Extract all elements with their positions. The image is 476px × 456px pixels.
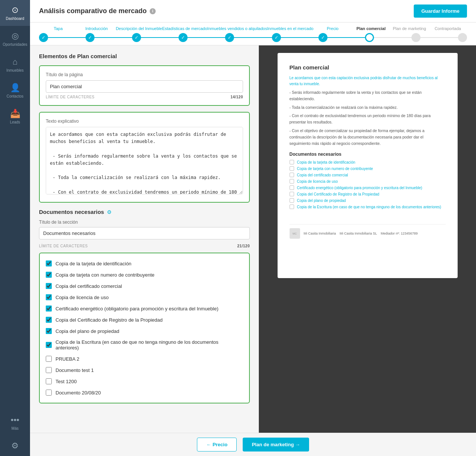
info-icon: i bbox=[150, 8, 156, 14]
step-line-5 bbox=[281, 37, 318, 38]
sidebar-item-label: Más bbox=[12, 426, 19, 430]
preview-doc-6: Copia del plano de propiedad bbox=[290, 198, 446, 203]
check-label-7: Copia de la Escritura (en caso de que no… bbox=[56, 339, 243, 351]
step-line-8 bbox=[420, 37, 458, 38]
settings-icon: ⚙ bbox=[11, 441, 19, 451]
step-dot-1[interactable]: ✓ bbox=[86, 33, 95, 42]
preview-bullet-3: - Con el objetivo de comercializar su pr… bbox=[290, 128, 446, 146]
step-dot-5[interactable]: ✓ bbox=[272, 33, 281, 42]
step-label-2[interactable]: Descripción del Inmueble bbox=[116, 26, 162, 31]
check-10[interactable] bbox=[46, 378, 52, 384]
check-1[interactable] bbox=[46, 272, 52, 278]
preview-intro: Le acordamos que con esta captación excl… bbox=[290, 75, 446, 87]
save-button[interactable]: Guardar Informe bbox=[414, 5, 467, 18]
check-2[interactable] bbox=[46, 283, 52, 289]
check-item-3: Copia de licencia de uso bbox=[46, 292, 243, 303]
preview-bullet-0: - Serás informado regularmente sobre la … bbox=[290, 89, 446, 102]
check-item-6: Copia del plano de propiedad bbox=[46, 325, 243, 337]
check-label-2: Copia del certificado comercial bbox=[56, 283, 122, 289]
check-label-10: Test 1200 bbox=[56, 379, 77, 384]
char-limit-section: LÍMITE DE CARACTERES 21/120 bbox=[39, 244, 250, 248]
check-item-5: Copia del Certificado de Registro de la … bbox=[46, 314, 243, 325]
page-title: Análisis comparativo de mercado i bbox=[39, 7, 156, 15]
mini-check-0 bbox=[290, 160, 294, 164]
footer-legal: Mi Casita Inmobiliaria SL bbox=[340, 232, 377, 235]
step-label-8[interactable]: Plan de marketing bbox=[390, 26, 428, 31]
preview-footer: MC Mi Casita Inmobiliaria Mi Casita Inmo… bbox=[290, 224, 446, 239]
check-6[interactable] bbox=[46, 328, 52, 334]
mini-check-6 bbox=[290, 198, 294, 203]
check-label-11: Documento 20/08/20 bbox=[56, 390, 101, 396]
section-title-input[interactable] bbox=[39, 227, 250, 239]
step-label-1[interactable]: Introducción bbox=[77, 26, 116, 31]
step-line-7 bbox=[374, 37, 411, 38]
check-item-4: Certificado energético (obligatorio para… bbox=[46, 303, 243, 314]
preview-doc-0: Copia de la tarjeta de identificación bbox=[290, 160, 446, 164]
preview-doc-4: Certificado energético (obligatorio para… bbox=[290, 185, 446, 190]
sidebar-item-label: Leads bbox=[10, 120, 20, 124]
sidebar: ⊙ Dashboard ◎ Oportunidades ⌂ Inmuebles … bbox=[0, 0, 30, 456]
logo-placeholder: MC bbox=[290, 228, 300, 239]
step-line-4 bbox=[234, 37, 272, 38]
preview-doc-7: Copia de la Escritura (en caso de que no… bbox=[290, 205, 446, 209]
page-title-input[interactable] bbox=[46, 80, 243, 93]
check-label-0: Copia de la tarjeta de identificación bbox=[56, 261, 131, 266]
check-11[interactable] bbox=[46, 390, 52, 396]
step-label-6[interactable]: Precio bbox=[314, 26, 352, 31]
step-dot-2[interactable]: ✓ bbox=[132, 33, 141, 42]
sidebar-item-settings[interactable]: ⚙ bbox=[0, 436, 30, 456]
sidebar-item-contactos[interactable]: 👤 Contactos bbox=[0, 78, 30, 104]
sidebar-item-inmuebles[interactable]: ⌂ Inmuebles bbox=[0, 52, 30, 78]
main-content: Análisis comparativo de mercado i Guarda… bbox=[30, 0, 476, 456]
header: Análisis comparativo de mercado i Guarda… bbox=[30, 0, 476, 23]
dashboard-icon: ⊙ bbox=[12, 5, 18, 15]
documents-section-title: Documentos necesarios bbox=[39, 209, 104, 215]
step-dot-3[interactable]: ✓ bbox=[179, 33, 188, 42]
check-item-1: Copia de tarjeta con numero de contribuy… bbox=[46, 269, 243, 280]
step-dot-4[interactable]: ✓ bbox=[225, 33, 234, 42]
gear-icon[interactable]: ⚙ bbox=[107, 209, 112, 215]
step-line-6 bbox=[327, 37, 365, 38]
step-label-4[interactable]: Inmuebles vendidos o alquilados bbox=[207, 26, 267, 31]
steps-dots: ✓ ✓ ✓ ✓ ✓ ✓ ✓ bbox=[39, 33, 467, 42]
check-0[interactable] bbox=[46, 260, 52, 266]
step-label-0[interactable]: Tapa bbox=[39, 26, 77, 31]
check-item-7: Copia de la Escritura (en caso de que no… bbox=[46, 337, 243, 353]
checklist-block: Copia de la tarjeta de identificación Co… bbox=[39, 253, 250, 403]
steps-bar: Tapa Introducción Descripción del Inmueb… bbox=[30, 23, 476, 45]
step-dot-8[interactable] bbox=[411, 33, 420, 42]
step-dot-0[interactable]: ✓ bbox=[39, 33, 48, 42]
check-3[interactable] bbox=[46, 294, 52, 300]
footer-company: Mi Casita Inmobiliaria bbox=[304, 232, 336, 235]
leads-icon: 📥 bbox=[10, 109, 20, 119]
next-button[interactable]: Plan de marketing → bbox=[243, 438, 309, 451]
preview-bullet-1: - Toda la comercialización se realizará … bbox=[290, 104, 446, 111]
check-8[interactable] bbox=[46, 356, 52, 362]
check-5[interactable] bbox=[46, 317, 52, 323]
check-4[interactable] bbox=[46, 306, 52, 312]
check-label-9: Documento test 1 bbox=[56, 367, 94, 373]
sidebar-item-label: Contactos bbox=[6, 94, 23, 98]
step-label-3[interactable]: Estadísticas de mercado bbox=[162, 26, 207, 31]
sidebar-item-mas[interactable]: ••• Más bbox=[0, 410, 30, 436]
step-label-7[interactable]: Plan comercial bbox=[352, 26, 390, 31]
sidebar-item-dashboard[interactable]: ⊙ Dashboard bbox=[0, 0, 30, 26]
sidebar-item-leads[interactable]: 📥 Leads bbox=[0, 104, 30, 129]
prev-button[interactable]: ← Precio bbox=[197, 438, 237, 451]
check-9[interactable] bbox=[46, 367, 52, 373]
check-label-1: Copia de tarjeta con numero de contribuy… bbox=[56, 272, 155, 278]
mini-check-7 bbox=[290, 205, 294, 209]
check-item-9: Documento test 1 bbox=[46, 364, 243, 376]
documents-header: Documentos necesarios ⚙ bbox=[39, 209, 250, 215]
step-label-9[interactable]: Contraportada bbox=[429, 26, 467, 31]
sidebar-item-oportunidades[interactable]: ◎ Oportunidades bbox=[0, 26, 30, 52]
step-label-5[interactable]: Inmuebles en el mercado bbox=[267, 26, 314, 31]
step-dot-7[interactable] bbox=[365, 33, 374, 42]
check-item-11: Documento 20/08/20 bbox=[46, 387, 243, 398]
text-block: Texto explicativo Le acordamos que con e… bbox=[39, 112, 250, 203]
text-textarea[interactable]: Le acordamos que con esta captación excl… bbox=[46, 127, 243, 194]
step-dot-6[interactable]: ✓ bbox=[318, 33, 327, 42]
step-line-3 bbox=[188, 37, 225, 38]
check-7[interactable] bbox=[46, 342, 52, 348]
step-dot-9[interactable] bbox=[458, 33, 467, 42]
